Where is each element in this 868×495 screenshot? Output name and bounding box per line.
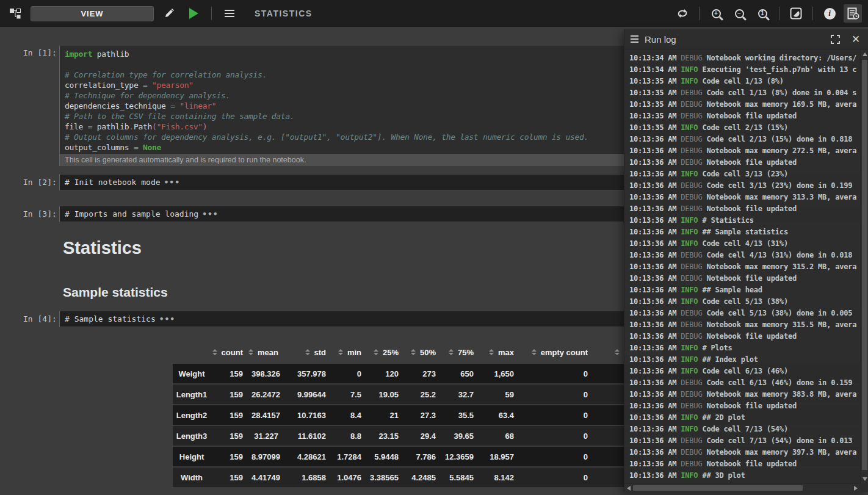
log-message: Notebook max memory 315.2 MB, avera — [706, 262, 856, 271]
log-entry: 10:13:36 AM DEBUG Notebook max memory 31… — [629, 192, 860, 203]
table-cell: 19.05 — [370, 390, 407, 399]
column-header-empty count[interactable]: empty count — [523, 348, 596, 357]
log-timestamp: 10:13:36 AM — [629, 286, 681, 294]
run-log-toggle-button[interactable] — [844, 4, 862, 23]
info-button[interactable]: i — [820, 4, 839, 23]
log-level-badge: INFO — [681, 123, 702, 132]
run-log-expand-button[interactable] — [829, 33, 841, 45]
log-timestamp: 10:13:36 AM — [629, 239, 681, 248]
table-cell: 159 — [211, 473, 251, 482]
table-cell: 39.65 — [444, 432, 482, 441]
log-level-badge: DEBUG — [681, 378, 706, 387]
log-timestamp: 10:13:36 AM — [629, 460, 681, 468]
scroll-up-arrow-icon[interactable] — [863, 52, 867, 56]
sort-arrows-icon — [449, 349, 454, 355]
column-header-label: 25% — [383, 348, 399, 357]
log-message: Notebook file updated — [706, 460, 797, 468]
code-token: file — [65, 122, 88, 131]
scroll-down-arrow-icon[interactable] — [863, 477, 867, 481]
log-level-badge: INFO — [681, 471, 702, 480]
log-level-badge: DEBUG — [681, 100, 706, 109]
column-header-label: 50% — [420, 348, 436, 357]
code-token: correlation_type — [65, 81, 143, 90]
run-log-body[interactable]: 10:13:34 AM DEBUG Notebook working direc… — [624, 50, 860, 483]
column-header-25%[interactable]: 25% — [370, 348, 407, 357]
cell-3-prompt: In [3]: — [0, 206, 59, 219]
log-timestamp: 10:13:36 AM — [629, 204, 681, 213]
scroll-right-arrow-icon[interactable] — [854, 486, 858, 491]
table-cell: 159 — [211, 390, 251, 399]
column-header-min[interactable]: min — [335, 348, 370, 357]
run-button[interactable] — [184, 4, 203, 23]
log-entry: 10:13:36 AM INFO ## Index plot — [629, 354, 860, 366]
sort-arrows-icon — [411, 349, 416, 355]
table-cell: 0 — [523, 432, 596, 441]
notebook-structure-button[interactable] — [6, 4, 24, 23]
log-timestamp: 10:13:34 AM — [629, 65, 681, 74]
column-header-std[interactable]: std — [287, 348, 335, 357]
table-cell: 357.978 — [287, 369, 335, 378]
column-header-75%[interactable]: 75% — [444, 348, 482, 357]
fold-ellipsis[interactable]: ••• — [159, 314, 175, 323]
run-log-horizontal-scrollbar[interactable] — [624, 483, 860, 492]
horizontal-scroll-thumb[interactable] — [633, 485, 803, 491]
log-timestamp: 10:13:34 AM — [629, 54, 681, 62]
table-cell: 27.3 — [407, 411, 444, 420]
menu-button[interactable] — [220, 4, 239, 23]
log-timestamp: 10:13:36 AM — [629, 367, 681, 375]
log-level-badge: INFO — [681, 216, 702, 225]
log-message: Code cell 5/13 (38%) done in 0.005 — [706, 309, 852, 317]
zoom-out-button[interactable]: − — [730, 4, 748, 23]
scroll-left-arrow-icon[interactable] — [627, 486, 631, 491]
table-cell: 3.38565 — [370, 473, 407, 482]
code-token: # Path to the CSV file containing the sa… — [65, 112, 294, 121]
run-log-menu-icon[interactable] — [631, 35, 638, 43]
log-entry: 10:13:36 AM DEBUG Notebook max memory 27… — [629, 145, 860, 157]
log-entry: 10:13:36 AM DEBUG Notebook max memory 38… — [629, 389, 860, 400]
sort-arrows-icon — [489, 349, 494, 355]
log-message: Code cell 3/13 (23%) — [702, 170, 788, 178]
log-entry: 10:13:36 AM DEBUG Notebook file updated — [629, 157, 860, 168]
code-token: # Correlation type for correlation analy… — [65, 70, 267, 79]
table-cell: 35.5 — [444, 411, 482, 420]
log-timestamp: 10:13:36 AM — [629, 262, 681, 271]
log-message: Code cell 7/13 (54%) — [702, 425, 788, 433]
zoom-reset-button[interactable]: 1 — [753, 4, 772, 23]
log-level-badge: DEBUG — [681, 262, 706, 271]
table-cell: 8.4 — [335, 411, 370, 420]
log-entry: 10:13:36 AM DEBUG Notebook file updated — [629, 331, 860, 342]
log-level-badge: DEBUG — [681, 193, 706, 201]
table-cell: 273 — [407, 369, 444, 378]
vertical-scroll-thumb[interactable] — [862, 60, 867, 470]
log-entry: 10:13:35 AM INFO Code cell 2/13 (15%) — [629, 122, 860, 134]
view-mode-dropdown[interactable]: VIEW — [31, 6, 154, 21]
table-cell: 650 — [444, 369, 482, 378]
row-label: Length3 — [173, 432, 211, 441]
column-header-label: 75% — [458, 348, 474, 357]
log-timestamp: 10:13:36 AM — [629, 471, 681, 480]
run-log-close-button[interactable]: ✕ — [850, 33, 862, 45]
table-cell: 4.28621 — [287, 452, 335, 461]
fold-ellipsis[interactable]: ••• — [202, 209, 218, 219]
column-header-max[interactable]: max — [482, 348, 523, 357]
code-token: "pearson" — [152, 81, 193, 90]
fold-ellipsis[interactable]: ••• — [164, 178, 180, 187]
log-message: Code cell 1/13 (8%) done in 0.004 s — [706, 89, 856, 97]
edit-button[interactable] — [160, 4, 178, 23]
log-level-badge: INFO — [681, 239, 702, 248]
log-entry: 10:13:35 AM INFO Code cell 1/13 (8%) — [629, 76, 860, 87]
cell-4-summary: # Sample statistics — [65, 314, 156, 323]
log-level-badge: DEBUG — [681, 436, 706, 445]
column-header-mean[interactable]: mean — [251, 348, 287, 357]
run-log-panel: Run log ✕ 10:13:34 AM DEBUG Notebook wor… — [624, 29, 868, 492]
column-header-50%[interactable]: 50% — [407, 348, 444, 357]
zoom-in-button[interactable]: + — [707, 4, 725, 23]
run-log-vertical-scrollbar[interactable] — [860, 50, 868, 483]
log-timestamp: 10:13:36 AM — [629, 332, 681, 341]
code-token: = — [134, 143, 143, 152]
theme-toggle-button[interactable] — [787, 4, 805, 23]
log-timestamp: 10:13:36 AM — [629, 193, 681, 201]
cell-4-prompt: In [4]: — [0, 311, 59, 323]
column-header-count[interactable]: count — [211, 348, 251, 357]
refresh-button[interactable] — [673, 4, 692, 23]
